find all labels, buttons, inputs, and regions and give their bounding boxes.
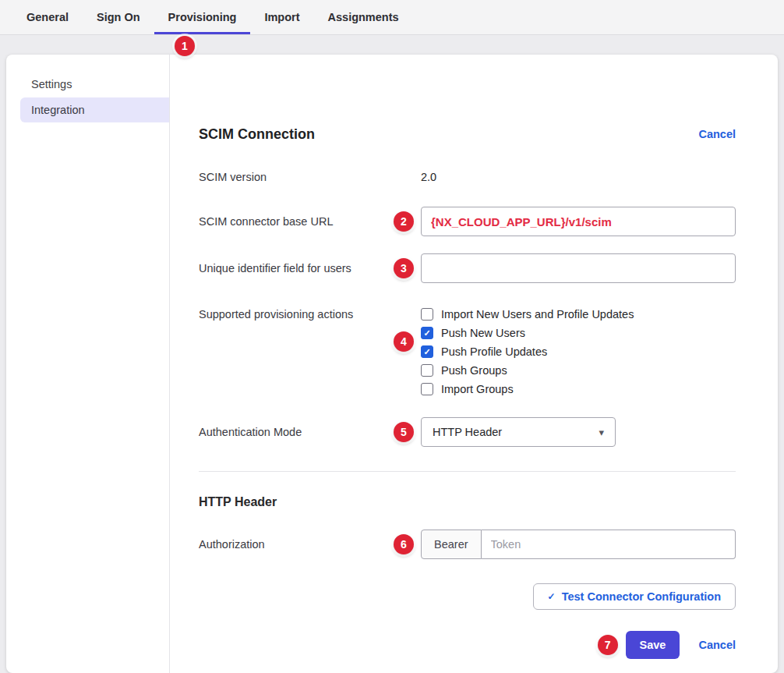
- scim-connection-panel: SCIM Connection Cancel SCIM version 2.0 …: [170, 55, 778, 673]
- auth-mode-label: Authentication Mode: [199, 424, 421, 440]
- checkbox-row-push-new-users[interactable]: Push New Users: [421, 324, 736, 342]
- sidebar-item-integration[interactable]: Integration: [20, 97, 169, 122]
- checkbox-row-import-new-users[interactable]: Import New Users and Profile Updates: [421, 305, 736, 324]
- content-header: SCIM Connection Cancel: [199, 124, 736, 144]
- step-badge-2: 2: [394, 211, 414, 232]
- checkbox-icon[interactable]: [421, 383, 433, 395]
- section-divider: [199, 471, 736, 472]
- base-url-input[interactable]: [421, 207, 736, 236]
- authorization-label: Authorization: [199, 537, 421, 552]
- scim-version-label: SCIM version: [199, 169, 421, 185]
- step-badge-4: 4: [394, 331, 414, 352]
- tab-import[interactable]: Import: [250, 0, 313, 34]
- bearer-prefix: Bearer: [421, 530, 482, 559]
- provisioning-actions-row: Supported provisioning actions 4 Import …: [199, 305, 736, 398]
- step-badge-7: 7: [598, 635, 618, 655]
- scim-version-row: SCIM version 2.0: [199, 169, 736, 185]
- step-badge-3: 3: [394, 258, 414, 278]
- step-badge-6: 6: [394, 534, 414, 554]
- checkbox-row-push-profile-updates[interactable]: Push Profile Updates: [421, 342, 736, 361]
- test-connector-label: Test Connector Configuration: [562, 590, 721, 603]
- checkbox-icon[interactable]: [421, 308, 433, 321]
- tab-general[interactable]: General: [12, 0, 83, 34]
- main-card: Settings Integration SCIM Connection Can…: [6, 55, 778, 673]
- chevron-down-icon: ▾: [599, 427, 604, 438]
- checkbox-icon[interactable]: [421, 327, 433, 339]
- test-connector-row: ✓ Test Connector Configuration: [199, 583, 736, 610]
- checkbox-row-import-groups[interactable]: Import Groups: [421, 380, 736, 398]
- unique-id-row: Unique identifier field for users 3: [199, 253, 736, 283]
- checkbox-label: Import Groups: [441, 383, 514, 395]
- checkbox-label: Push Groups: [441, 364, 507, 377]
- check-icon: ✓: [548, 591, 556, 602]
- auth-mode-select[interactable]: HTTP Header ▾: [421, 417, 616, 447]
- settings-sidebar: Settings Integration: [6, 55, 170, 673]
- checkbox-label: Import New Users and Profile Updates: [441, 308, 634, 321]
- checkbox-icon[interactable]: [421, 364, 433, 377]
- tab-assignments[interactable]: Assignments: [314, 0, 413, 34]
- provisioning-actions-label: Supported provisioning actions: [199, 305, 421, 322]
- tab-bar: General Sign On Provisioning Import Assi…: [0, 0, 784, 35]
- save-button[interactable]: Save: [626, 631, 680, 659]
- checkbox-label: Push Profile Updates: [441, 345, 547, 358]
- cancel-link-top[interactable]: Cancel: [698, 128, 736, 140]
- sidebar-heading: Settings: [6, 76, 169, 92]
- unique-id-input[interactable]: [421, 253, 736, 283]
- step-badge-5: 5: [394, 422, 414, 442]
- base-url-label: SCIM connector base URL: [199, 214, 421, 229]
- tab-provisioning[interactable]: Provisioning: [154, 0, 251, 34]
- test-connector-button[interactable]: ✓ Test Connector Configuration: [533, 583, 736, 610]
- scim-version-value: 2.0: [421, 171, 436, 183]
- checkbox-row-push-groups[interactable]: Push Groups: [421, 361, 736, 380]
- base-url-row: SCIM connector base URL 2: [199, 207, 736, 236]
- auth-mode-selected-value: HTTP Header: [433, 426, 502, 438]
- tab-sign-on[interactable]: Sign On: [83, 0, 154, 34]
- token-input[interactable]: [482, 530, 736, 559]
- step-badge-1: 1: [175, 36, 195, 56]
- cancel-link-bottom[interactable]: Cancel: [698, 639, 736, 651]
- page-title: SCIM Connection: [199, 124, 315, 144]
- authorization-row: Authorization 6 Bearer: [199, 530, 736, 559]
- save-row: 7 Save Cancel: [199, 631, 736, 659]
- checkbox-icon[interactable]: [421, 345, 433, 358]
- unique-id-label: Unique identifier field for users: [199, 260, 421, 276]
- auth-mode-row: Authentication Mode 5 HTTP Header ▾: [199, 417, 736, 447]
- checkbox-label: Push New Users: [441, 327, 525, 339]
- http-header-section-title: HTTP Header: [199, 494, 736, 510]
